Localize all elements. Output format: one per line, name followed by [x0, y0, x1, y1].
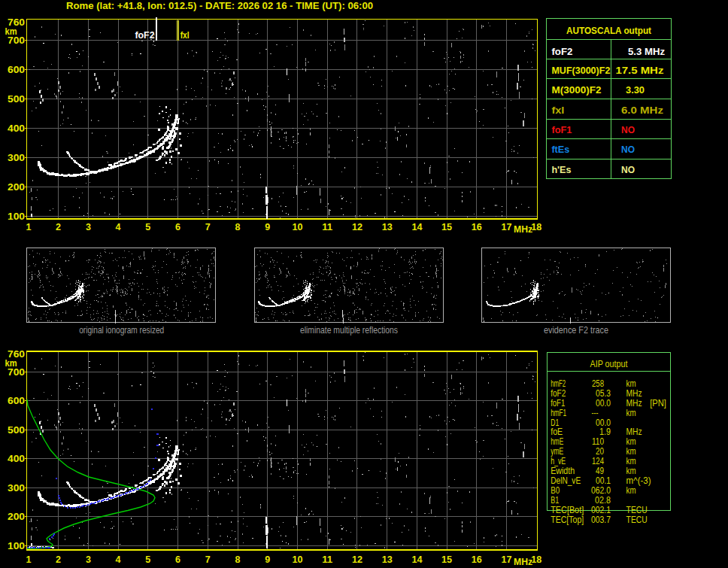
svg-text:11: 11 [322, 554, 332, 565]
svg-text:4: 4 [116, 554, 121, 565]
svg-text:200: 200 [8, 182, 25, 193]
svg-text:2: 2 [56, 554, 61, 565]
svg-text:600: 600 [8, 396, 25, 406]
svg-text:MHz: MHz [514, 224, 532, 235]
svg-text:14: 14 [411, 222, 422, 232]
svg-text:258: 258 [592, 378, 604, 389]
svg-text:fxI: fxI [180, 30, 190, 41]
svg-text:11: 11 [322, 222, 332, 232]
svg-text:18: 18 [531, 554, 541, 565]
svg-text:124: 124 [592, 456, 604, 466]
svg-text:18: 18 [531, 222, 541, 232]
svg-text:300: 300 [8, 483, 25, 494]
svg-text:1: 1 [26, 554, 31, 565]
svg-text:300: 300 [8, 153, 25, 163]
svg-text:foF2: foF2 [551, 46, 572, 57]
svg-text:6.0 MHz: 6.0 MHz [621, 105, 664, 116]
svg-text:17.5 MHz: 17.5 MHz [615, 65, 664, 76]
svg-text:NO: NO [621, 124, 635, 135]
svg-text:km: km [626, 446, 636, 457]
svg-text:6: 6 [175, 222, 180, 232]
svg-text:062.0: 062.0 [591, 485, 611, 496]
svg-text:km: km [626, 436, 636, 447]
svg-text:14: 14 [411, 554, 422, 565]
svg-text:5: 5 [145, 554, 150, 565]
svg-text:1.9: 1.9 [599, 427, 611, 437]
svg-text:17: 17 [502, 554, 512, 565]
svg-text:km: km [626, 408, 636, 418]
svg-text:00.0: 00.0 [596, 398, 611, 409]
svg-text:NO: NO [621, 164, 635, 175]
svg-text:13: 13 [382, 554, 393, 565]
svg-text:9: 9 [265, 222, 270, 232]
svg-text:eliminate multiple reflections: eliminate multiple reflections [300, 324, 398, 336]
svg-text:km: km [626, 378, 636, 389]
svg-text:400: 400 [8, 123, 25, 134]
svg-text:h'Es: h'Es [551, 164, 571, 175]
svg-text:MUF(3000)F2: MUF(3000)F2 [551, 65, 610, 76]
svg-text:5: 5 [145, 222, 150, 232]
svg-text:ftEs: ftEs [551, 144, 569, 155]
svg-text:3: 3 [86, 222, 91, 232]
svg-text:05.3: 05.3 [596, 388, 611, 399]
svg-text:TEC[Top]: TEC[Top] [551, 515, 584, 525]
svg-text:3: 3 [86, 554, 91, 565]
svg-text:16: 16 [472, 222, 482, 232]
svg-text:B1: B1 [551, 495, 559, 506]
svg-text:D1: D1 [551, 418, 559, 428]
svg-text:100: 100 [8, 541, 25, 551]
svg-text:700: 700 [8, 367, 25, 378]
svg-text:foF1: foF1 [551, 124, 572, 135]
svg-text:DelN_vE: DelN_vE [551, 475, 581, 486]
svg-text:evidence F2 trace: evidence F2 trace [544, 324, 608, 336]
svg-text:original ionogram resized: original ionogram resized [79, 324, 164, 336]
svg-text:7: 7 [205, 554, 211, 565]
svg-text:00.1: 00.1 [596, 475, 611, 486]
svg-text:49: 49 [596, 466, 604, 476]
svg-text:hmF1: hmF1 [551, 408, 566, 418]
svg-text:B0: B0 [551, 485, 560, 496]
svg-text:9: 9 [265, 554, 270, 565]
svg-text:7: 7 [205, 222, 211, 232]
svg-text:AUTOSCALA output: AUTOSCALA output [566, 25, 652, 36]
svg-text:TECU: TECU [626, 515, 648, 525]
svg-text:MHz: MHz [626, 427, 642, 437]
svg-text:ymE: ymE [551, 446, 563, 457]
svg-text:fxI: fxI [551, 105, 564, 116]
svg-text:500: 500 [8, 94, 25, 105]
svg-text:km: km [626, 485, 636, 496]
svg-text:003.7: 003.7 [591, 515, 611, 525]
svg-text:600: 600 [8, 65, 25, 75]
svg-text:foF1: foF1 [551, 398, 565, 409]
svg-text:m^(-3): m^(-3) [626, 475, 651, 486]
svg-text:6: 6 [175, 554, 180, 565]
svg-text:00.0: 00.0 [596, 418, 611, 428]
svg-text:10: 10 [293, 222, 303, 232]
svg-text:13: 13 [382, 222, 393, 232]
svg-text:1: 1 [26, 222, 31, 232]
svg-text:[PN]: [PN] [650, 398, 666, 409]
svg-text:NO: NO [621, 144, 635, 155]
svg-text:4: 4 [116, 222, 121, 232]
svg-text:002.1: 002.1 [591, 505, 611, 515]
svg-text:17: 17 [502, 222, 512, 232]
svg-text:foF2: foF2 [135, 30, 155, 41]
svg-text:500: 500 [8, 425, 25, 436]
svg-text:km: km [626, 466, 636, 476]
svg-text:8: 8 [235, 554, 241, 565]
svg-text:foE: foE [551, 427, 563, 437]
svg-text:5.3 MHz: 5.3 MHz [628, 46, 666, 57]
svg-text:hmE: hmE [551, 436, 563, 447]
svg-text:12: 12 [352, 222, 362, 232]
svg-text:MHz: MHz [626, 398, 642, 409]
svg-text:MHz: MHz [514, 557, 532, 567]
svg-text:16: 16 [472, 554, 482, 565]
svg-text:12: 12 [352, 554, 362, 565]
svg-text:15: 15 [441, 554, 452, 565]
svg-text:200: 200 [8, 512, 25, 522]
svg-text:M(3000)F2: M(3000)F2 [551, 84, 601, 96]
svg-text:MHz: MHz [626, 388, 642, 399]
svg-text:10: 10 [293, 554, 303, 565]
svg-text:---: --- [592, 408, 599, 418]
svg-text:15: 15 [441, 222, 452, 232]
